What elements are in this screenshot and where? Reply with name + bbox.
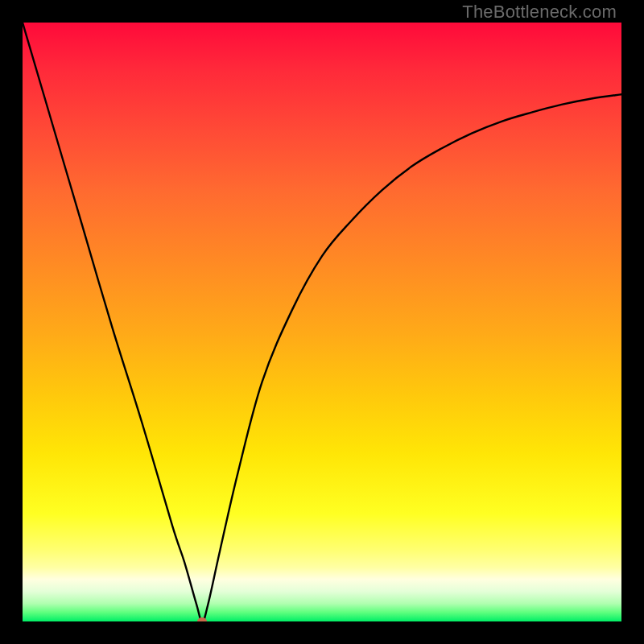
chart-frame: TheBottleneck.com	[0, 0, 644, 644]
watermark-text: TheBottleneck.com	[462, 2, 617, 23]
bottleneck-curve	[23, 23, 621, 621]
plot-area	[23, 23, 621, 621]
minimum-marker	[197, 617, 207, 621]
